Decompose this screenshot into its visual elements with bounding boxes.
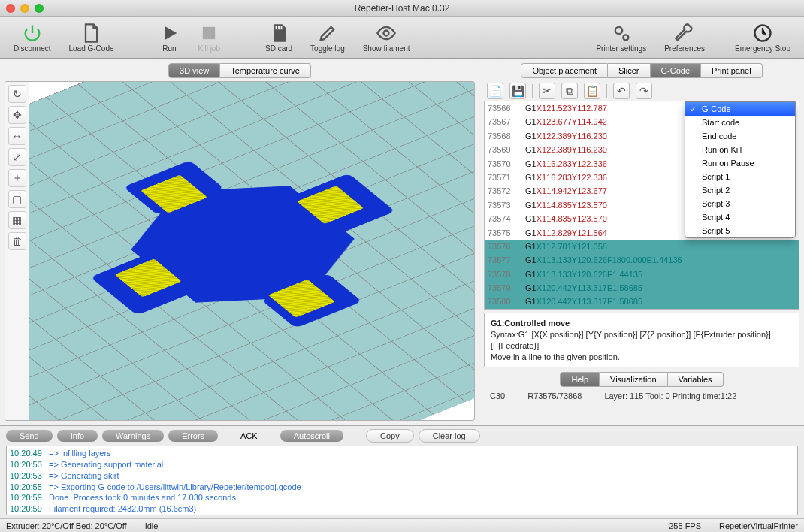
file-icon [80,23,101,44]
left-pane: 3D view Temperature curve ↻ ✥ ↔ ⤢ ＋ ▢ ▦ … [0,59,479,425]
printer-settings-button[interactable]: Printer settings [588,21,654,54]
tab-gcode[interactable]: G-Code [651,63,702,78]
view3d-box: ↻ ✥ ↔ ⤢ ＋ ▢ ▦ 🗑 [5,81,475,421]
eye-icon [376,23,397,44]
code-line[interactable]: 73576G1 X112.701 Y121.058 [485,240,799,253]
main-toolbar: Disconnect Load G-Code Run Kill job SD c… [0,17,804,59]
clear-log-button[interactable]: Clear log [419,429,480,443]
code-line[interactable]: 73579G1 X120.442 Y113.317 E1.58685 [485,281,799,295]
move-button[interactable]: ↔ [8,127,26,145]
tab-visualization[interactable]: Visualization [600,372,668,387]
new-file-button[interactable]: 📄 [487,83,503,99]
window-controls [6,4,44,13]
copy-button[interactable]: ⧉ [561,83,578,99]
dropdown-item[interactable]: Script 4 [685,210,795,224]
log-line: 10:20:59 Filament required: 2432.0mm (16… [10,503,794,515]
tab-variables[interactable]: Variables [668,372,724,387]
power-icon [22,23,43,44]
titlebar: Repetier-Host Mac 0.32 [0,0,804,17]
help-title: G1:Controlled move [491,319,570,328]
autoscroll-button[interactable]: Autoscroll [280,430,343,442]
tab-objectplacement[interactable]: Object placement [521,63,608,78]
status-extruder: Extruder: 20°C/Off Bed: 20°C/Off [6,521,127,530]
toggle-log-button[interactable]: Toggle log [303,21,352,54]
emergency-stop-button[interactable]: Emergency Stop [727,21,798,54]
main-area: 3D view Temperature curve ↻ ✥ ↔ ⤢ ＋ ▢ ▦ … [0,59,804,425]
kill-button[interactable]: Kill job [191,21,228,54]
load-gcode-button[interactable]: Load G-Code [61,21,121,54]
log-line: 10:20:49 => Infilling layers [10,448,794,459]
dropdown-item[interactable]: Script 3 [685,197,795,210]
send-button[interactable]: Send [6,430,53,442]
code-line[interactable]: 73578G1 X113.133 Y120.626 E1.44135 [485,268,799,281]
gcode-status: C30 R73575/73868 Layer: 115 Tool: 0 Prin… [484,387,799,405]
log-output[interactable]: 10:20:49 => Infilling layers10:20:53 => … [6,446,798,515]
play-icon [159,23,180,44]
paste-button[interactable]: 📋 [584,83,600,99]
disconnect-button[interactable]: Disconnect [6,21,58,54]
right-pane: Object placement Slicer G-Code Print pan… [479,59,804,425]
dropdown-item[interactable]: Script 1 [685,170,795,183]
window-title: Repetier-Host Mac 0.32 [0,3,804,14]
svg-point-1 [384,30,389,35]
zoom-in-button[interactable]: ＋ [8,169,26,187]
tab-3dview[interactable]: 3D view [168,63,220,78]
info-button[interactable]: Info [57,430,98,442]
reset-view-button[interactable]: ↻ [8,85,26,103]
code-line[interactable]: 73577G1 X113.133 Y120.626 F1800.000 E1.4… [485,253,799,267]
log-line: 10:20:59 Done. Process took 0 minutes an… [10,492,794,503]
dropdown-item[interactable]: Script 5 [685,224,795,237]
close-icon[interactable] [6,4,15,13]
minimize-icon[interactable] [20,4,29,13]
zoom-icon[interactable] [35,4,44,13]
status-state: Idle [145,521,159,530]
code-line[interactable]: 73580G1 X120.442 Y113.317 E1.58685 [485,295,799,308]
gcode-help: G1:Controlled move Syntax:G1 [X{X positi… [484,313,799,367]
dropdown-item[interactable]: Run on Pause [685,156,795,170]
cut-button[interactable]: ✂ [539,83,555,99]
gcode-editor[interactable]: G-Code Start codeEnd codeRun on KillRun … [484,101,799,310]
estop-icon [752,23,773,44]
pan-button[interactable]: ⤢ [8,148,26,166]
copy-log-button[interactable]: Copy [366,429,414,443]
dropdown-item[interactable]: Start code [685,116,795,129]
script-dropdown[interactable]: G-Code Start codeEnd codeRun on KillRun … [685,101,796,238]
help-desc: Move in a line to the given position. [491,352,620,361]
help-syntax: Syntax:G1 [X{X position}] [Y{Y position}… [491,330,771,350]
tab-help[interactable]: Help [560,372,600,387]
pencil-icon [317,23,338,44]
stop-icon [198,23,219,44]
info-tabs: Help Visualization Variables [484,372,799,387]
undo-button[interactable]: ↶ [613,83,630,99]
canvas-3d[interactable] [29,82,474,420]
dropdown-selected[interactable]: G-Code [685,102,795,116]
status-fps: 255 FPS [669,521,701,530]
code-toolbar: 📄 💾 ✂ ⧉ 📋 ↶ ↷ [484,81,799,101]
preferences-button[interactable]: Preferences [657,21,712,54]
fit-button[interactable]: ▢ [8,190,26,208]
dropdown-item[interactable]: Run on Kill [685,143,795,156]
log-line: 10:20:53 => Generating support material [10,459,794,470]
run-button[interactable]: Run [152,21,188,54]
save-button[interactable]: 💾 [509,83,526,99]
dropdown-item[interactable]: Script 2 [685,183,795,197]
rotate-button[interactable]: ✥ [8,106,26,124]
gears-icon [611,23,632,44]
tab-slicer[interactable]: Slicer [608,63,651,78]
code-line[interactable]: 73581G1 X121.058 Y112.701 E1.60837 [485,309,799,310]
warnings-button[interactable]: Warnings [102,430,164,442]
log-line: 10:20:55 => Exporting G-code to /Users/l… [10,482,794,493]
ack-label: ACK [240,431,258,440]
show-filament-button[interactable]: Show filament [355,21,418,54]
tab-temperature[interactable]: Temperature curve [220,63,311,78]
log-buttons: Send Info Warnings Errors ACK Autoscroll… [0,426,804,446]
tab-printpanel[interactable]: Print panel [701,63,763,78]
left-tabs: 3D view Temperature curve [5,63,475,78]
delete-button[interactable]: 🗑 [8,232,26,250]
sd-button[interactable]: SD card [258,21,300,54]
redo-button[interactable]: ↷ [636,83,652,99]
errors-button[interactable]: Errors [168,430,218,442]
grid-button[interactable]: ▦ [8,211,26,229]
dropdown-item[interactable]: End code [685,129,795,143]
status-printer: RepetierVirtualPrinter [719,521,798,530]
